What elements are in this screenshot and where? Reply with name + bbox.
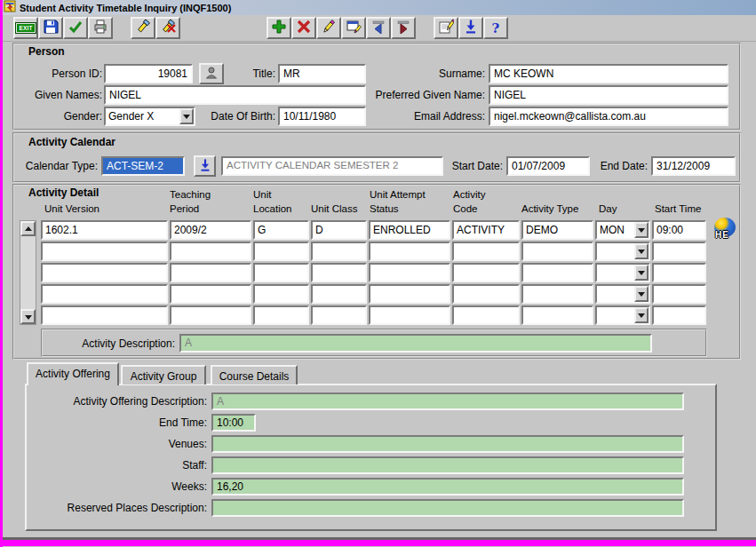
day-dropdown[interactable] [595, 305, 650, 325]
cell-unit-version[interactable] [41, 284, 168, 304]
cell-unit-attempt-status[interactable] [369, 263, 450, 282]
enter-query-button[interactable] [131, 17, 155, 39]
list-of-values-button[interactable] [458, 17, 483, 39]
start-date-label: Start Date: [418, 160, 503, 172]
cell-start-time[interactable] [652, 242, 706, 261]
tab-activity-offering[interactable]: Activity Offering [27, 362, 119, 385]
cell-unit-attempt-status[interactable] [369, 305, 450, 325]
cell-unit-version[interactable]: 1602.1 [41, 220, 168, 240]
cell-start-time[interactable]: 09:00 [652, 220, 706, 240]
cell-unit-class[interactable] [311, 305, 367, 325]
cell-teaching-period[interactable] [170, 305, 251, 325]
start-date-field[interactable]: 01/07/2009 [506, 156, 590, 176]
preferred-given-name-field[interactable]: NIGEL [489, 85, 728, 105]
cell-activity-code[interactable] [452, 263, 520, 282]
find-record-pencil-icon [321, 19, 337, 37]
cell-unit-version[interactable] [41, 305, 168, 325]
cell-unit-version[interactable] [41, 242, 168, 261]
preferred-given-name-label: Preferred Given Name: [364, 89, 485, 101]
day-dropdown[interactable] [595, 263, 650, 282]
cell-unit-location[interactable] [253, 242, 309, 261]
cell-unit-location[interactable] [253, 263, 309, 282]
cell-unit-attempt-status[interactable] [369, 242, 450, 261]
chevron-down-icon[interactable] [634, 265, 649, 281]
cancel-query-flashlight-icon [160, 19, 176, 37]
cell-start-time[interactable] [652, 284, 706, 304]
date-of-birth-field[interactable]: 10/11/1980 [278, 107, 366, 126]
insert-record-button[interactable] [267, 17, 291, 39]
chevron-down-icon[interactable] [634, 243, 649, 259]
tab-activity-group[interactable]: Activity Group [121, 365, 206, 384]
calendar-lov-button[interactable] [194, 155, 216, 177]
save-button[interactable] [38, 17, 63, 39]
cell-unit-attempt-status[interactable] [369, 284, 450, 304]
cell-activity-code[interactable] [452, 284, 520, 304]
cell-start-time[interactable] [652, 305, 706, 325]
chevron-down-icon[interactable] [634, 307, 649, 323]
end-date-field[interactable]: 31/12/2009 [651, 156, 736, 176]
cell-activity-type[interactable] [521, 305, 593, 325]
title-field[interactable]: MR [278, 64, 366, 83]
scroll-down-button[interactable] [20, 309, 36, 324]
record-scrollbar[interactable] [20, 220, 36, 325]
given-names-field[interactable]: NIGEL [104, 85, 366, 105]
exit-icon: EXIT [16, 23, 35, 33]
delete-record-button[interactable] [291, 17, 316, 39]
cell-activity-type[interactable] [521, 284, 593, 304]
accept-button[interactable] [63, 17, 88, 39]
he-globe-button[interactable]: HE [712, 218, 739, 246]
cell-unit-version[interactable] [41, 263, 168, 282]
day-dropdown[interactable] [595, 242, 650, 261]
cell-activity-code[interactable]: ACTIVITY [452, 220, 520, 240]
cell-unit-location[interactable] [253, 284, 309, 304]
col-header-unit-version: Unit Version [44, 203, 99, 214]
cell-unit-class[interactable]: D [311, 220, 367, 240]
cell-unit-location[interactable]: G [253, 220, 309, 240]
surname-field[interactable]: MC KEOWN [489, 64, 728, 83]
chevron-down-icon[interactable] [634, 286, 649, 302]
day-dropdown[interactable] [595, 284, 650, 304]
cell-unit-location[interactable] [253, 305, 309, 325]
chevron-down-glyph [638, 313, 645, 321]
chevron-down-icon[interactable] [179, 108, 194, 124]
find-record-button[interactable] [316, 17, 341, 39]
calendar-type-field[interactable]: ACT-SEM-2 [101, 156, 185, 176]
person-lookup-button[interactable] [199, 63, 224, 84]
cell-start-time[interactable] [652, 263, 706, 282]
next-block-button[interactable] [391, 17, 416, 39]
chevron-down-icon[interactable] [634, 222, 649, 238]
email-address-field[interactable]: nigel.mckeown@callista.com.au [489, 107, 728, 126]
cell-activity-code[interactable] [452, 305, 520, 325]
gender-dropdown[interactable]: Gender X [104, 107, 195, 126]
cancel-query-button[interactable] [155, 17, 180, 39]
person-id-field[interactable]: 19081 [104, 64, 193, 83]
previous-block-arrow-icon [370, 19, 386, 37]
person-icon [204, 66, 219, 83]
previous-block-button[interactable] [366, 17, 391, 39]
scroll-up-button[interactable] [20, 221, 36, 236]
cell-unit-class[interactable] [311, 284, 367, 304]
form-lightning-icon [4, 0, 16, 16]
cell-activity-type[interactable] [521, 242, 593, 261]
cell-teaching-period[interactable]: 2009/2 [170, 220, 251, 240]
tab-course-details[interactable]: Course Details [211, 365, 298, 384]
day-dropdown[interactable]: MON [595, 220, 650, 240]
cell-teaching-period[interactable] [170, 242, 251, 261]
help-button[interactable]: ? [483, 17, 508, 39]
end-date-label: End Date: [586, 160, 648, 172]
col-header-day: Day [599, 203, 617, 214]
exit-button[interactable]: EXIT [13, 17, 38, 39]
print-button[interactable] [88, 17, 113, 39]
cell-activity-type[interactable] [521, 263, 593, 282]
duplicate-record-button[interactable] [341, 17, 366, 39]
cell-activity-code[interactable] [452, 242, 520, 261]
col-header-activity-type: Activity Type [521, 203, 578, 214]
title-label: Title: [222, 67, 275, 80]
edit-button[interactable] [434, 17, 458, 39]
cell-unit-class[interactable] [311, 242, 367, 261]
cell-unit-class[interactable] [311, 263, 367, 282]
cell-teaching-period[interactable] [170, 284, 251, 304]
cell-teaching-period[interactable] [170, 263, 251, 282]
cell-activity-type[interactable]: DEMO [521, 220, 593, 240]
cell-unit-attempt-status[interactable]: ENROLLED [369, 220, 450, 240]
